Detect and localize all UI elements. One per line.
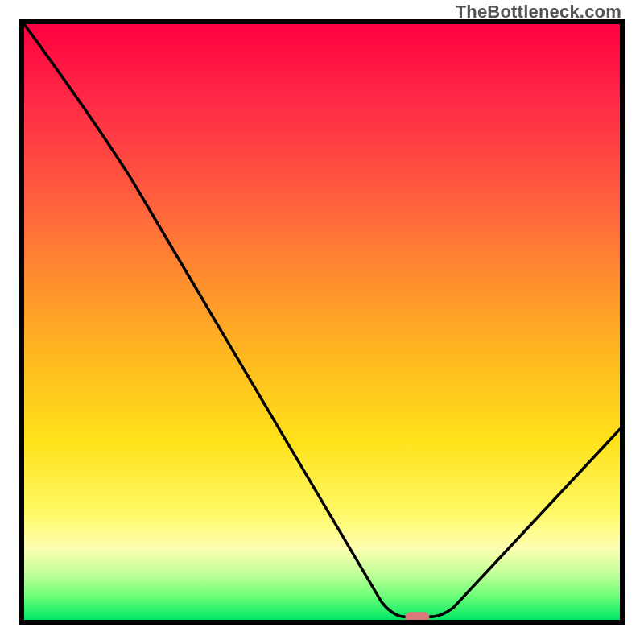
curve-overlay	[24, 24, 620, 620]
optimum-marker	[405, 612, 429, 620]
bottleneck-curve-path	[24, 24, 620, 617]
chart-container: TheBottleneck.com	[0, 0, 644, 644]
plot-area	[19, 19, 625, 625]
